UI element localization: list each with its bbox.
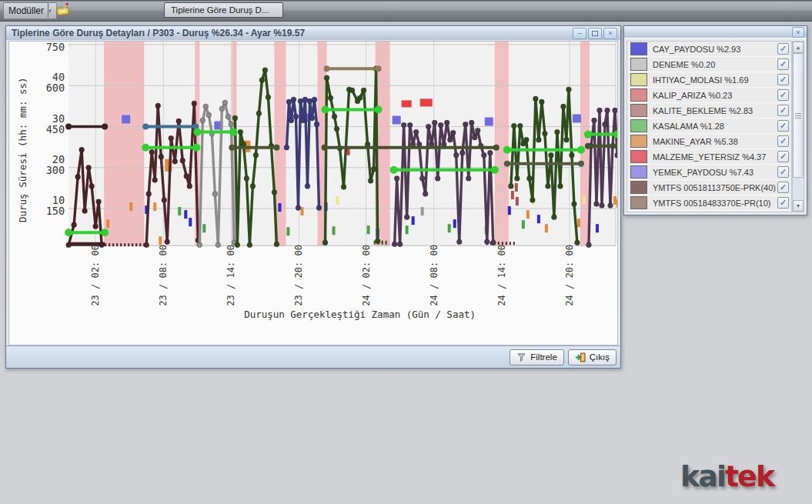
legend-checkbox[interactable]: ✓ xyxy=(777,151,789,162)
legend-checkbox[interactable]: ✓ xyxy=(777,74,789,85)
event-tick xyxy=(613,196,617,205)
event-block xyxy=(402,100,412,107)
event-tick xyxy=(367,225,370,234)
legend-swatch xyxy=(630,73,647,86)
legend-swatch xyxy=(630,196,647,209)
legend-checkbox[interactable]: ✓ xyxy=(777,182,789,193)
y-tick-seconds: 450 xyxy=(46,123,65,135)
scroll-up-button[interactable]: ▲ xyxy=(793,42,804,53)
x-tick-label: 23 / 14: 00 xyxy=(226,245,236,306)
legend-item[interactable]: KASALAMA %1.28✓ xyxy=(627,118,791,134)
legend-item[interactable]: KALIP_ARIZA %0.23✓ xyxy=(627,88,791,103)
legend-item[interactable]: KALITE_BEKLEME %2.83✓ xyxy=(627,103,791,118)
event-tick xyxy=(526,210,530,219)
y-tick-seconds: 300 xyxy=(46,164,65,176)
exit-button-label: Çıkış xyxy=(590,352,610,362)
window-controls: – × xyxy=(573,28,617,39)
x-tick-label: 23 / 20: 00 xyxy=(294,245,305,306)
minimize-icon: – xyxy=(577,29,581,38)
stamp-icon xyxy=(55,2,72,18)
legend-item[interactable]: DENEME %0.20✓ xyxy=(627,57,791,72)
chart-panel: 507504060030450203001015023 / 02: 0023 /… xyxy=(8,41,618,345)
event-tick xyxy=(545,224,548,232)
legend-item[interactable]: YMTFS 00518483370E-PR(10)✓ xyxy=(627,195,791,211)
stamp-tool-button[interactable] xyxy=(53,2,73,18)
modules-menu-button[interactable]: Modüller ▾ xyxy=(3,2,57,19)
legend-swatch xyxy=(630,150,647,163)
legend-checkbox[interactable]: ✓ xyxy=(777,166,789,178)
window-titlebar: Tiplerine Göre Duruş Detayları / P303 - … xyxy=(6,26,620,41)
legend-label: MALZEME_YETERSIZ %4.37 xyxy=(653,152,777,162)
top-toolbar: Modüller ▾ Tiplerine Göre Duruş D... xyxy=(0,0,812,22)
event-tick xyxy=(508,206,511,215)
exit-door-icon xyxy=(575,352,586,362)
kaitek-logo-part2: tek xyxy=(725,459,774,493)
event-tick xyxy=(406,225,409,234)
filter-button-label: Filtrele xyxy=(530,352,557,362)
legend-item[interactable]: IHTIYAC_MOLASI %1.69✓ xyxy=(627,72,791,88)
event-square xyxy=(573,114,581,122)
toolbar-separator xyxy=(48,2,48,18)
kaitek-logo: kaitek xyxy=(680,459,774,493)
legend-checkbox[interactable]: ✓ xyxy=(777,197,789,209)
legend-checkbox[interactable]: ✓ xyxy=(777,89,789,101)
legend-swatch xyxy=(630,135,647,148)
legend-titlebar: × xyxy=(624,26,807,38)
legend-checkbox[interactable]: ✓ xyxy=(777,135,789,147)
legend-body: CAY_PAYDOSU %2.93✓DENEME %0.20✓IHTIYAC_M… xyxy=(624,38,807,215)
event-tick xyxy=(522,220,525,229)
event-tick xyxy=(336,196,339,205)
event-tick xyxy=(178,207,181,215)
legend-checkbox[interactable]: ✓ xyxy=(777,105,789,116)
document-tab-label: Tiplerine Göre Duruş D... xyxy=(171,5,269,15)
event-tick xyxy=(453,219,456,228)
legend-swatch xyxy=(630,42,647,55)
legend-label: DENEME %0.20 xyxy=(653,60,777,69)
legend-label: MAKINE_AYAR %5.38 xyxy=(653,137,777,146)
y-tick-seconds: 750 xyxy=(46,42,65,53)
kaitek-logo-part1: kai xyxy=(680,459,725,493)
filter-button[interactable]: Filtrele xyxy=(510,349,564,365)
maximize-button[interactable] xyxy=(588,28,602,39)
legend-label: KASALAMA %1.28 xyxy=(653,122,777,131)
legend-item[interactable]: YEMEK_PAYDOSU %7.43✓ xyxy=(627,165,791,180)
scroll-thumb-grip xyxy=(795,115,801,116)
scroll-thumb[interactable] xyxy=(793,53,804,178)
legend-label: YMTFS 00518113750E-PRK(40) xyxy=(653,183,777,192)
x-tick-label: 24 / 02: 00 xyxy=(361,245,372,306)
event-square xyxy=(393,115,401,124)
y-tick-seconds: 150 xyxy=(46,205,65,217)
document-tab[interactable]: Tiplerine Göre Duruş D... xyxy=(164,2,283,18)
event-tick xyxy=(421,207,424,215)
x-tick-label: 23 / 08: 00 xyxy=(158,245,169,306)
event-tick xyxy=(189,218,192,226)
exit-button[interactable]: Çıkış xyxy=(568,349,617,365)
window-footer: Filtrele Çıkış xyxy=(6,345,620,368)
legend-checkbox[interactable]: ✓ xyxy=(777,43,789,55)
legend-item[interactable]: CAY_PAYDOSU %2.93✓ xyxy=(627,42,791,57)
legend-item[interactable]: YMTFS 00518113750E-PRK(40)✓ xyxy=(627,180,791,195)
scroll-down-button[interactable]: ▼ xyxy=(793,200,804,212)
event-tick xyxy=(516,197,519,205)
event-tick xyxy=(537,215,540,223)
window-body: 507504060030450203001015023 / 02: 0023 /… xyxy=(6,40,620,368)
legend-swatch xyxy=(630,181,647,194)
legend-checkbox[interactable]: ✓ xyxy=(777,120,789,132)
legend-close-button[interactable]: × xyxy=(792,27,804,38)
legend-label: CAY_PAYDOSU %2.93 xyxy=(653,45,777,54)
legend-swatch xyxy=(630,104,647,117)
legend-window: × CAY_PAYDOSU %2.93✓DENEME %0.20✓IHTIYAC… xyxy=(623,25,807,215)
legend-item[interactable]: MALZEME_YETERSIZ %4.37✓ xyxy=(627,149,791,165)
x-tick-label: 23 / 02: 00 xyxy=(90,245,101,306)
legend-close-icon: × xyxy=(796,28,800,36)
legend-checkbox[interactable]: ✓ xyxy=(777,58,789,70)
legend-swatch xyxy=(630,165,647,179)
event-tick xyxy=(596,224,599,232)
event-tick xyxy=(153,202,156,211)
minimize-button[interactable]: – xyxy=(573,28,586,39)
legend-label: KALITE_BEKLEME %2.83 xyxy=(653,106,777,115)
y-axis-title: Duruş Süresi (hh: mm: ss) xyxy=(17,77,28,222)
x-tick-label: 24 / 20: 00 xyxy=(564,245,575,306)
close-button[interactable]: × xyxy=(603,28,617,39)
legend-item[interactable]: MAKINE_AYAR %5.38✓ xyxy=(627,134,791,149)
